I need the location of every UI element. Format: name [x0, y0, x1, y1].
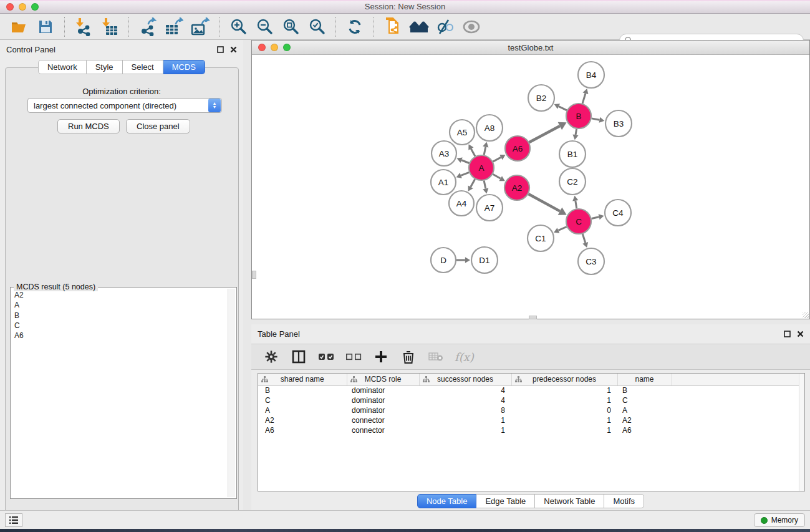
tab-network[interactable]: Network [38, 60, 87, 74]
edge-C-C1[interactable] [554, 226, 567, 233]
cell[interactable]: 8 [419, 405, 511, 415]
graph-node-A[interactable]: A [469, 155, 494, 180]
network-minimize-button[interactable] [271, 44, 278, 51]
splitter-grip[interactable] [529, 316, 537, 319]
network-canvas[interactable]: B4B2BB3A5A8A6A3B1AA1C2A2A4A7C4CC1C3DD1 [252, 55, 809, 319]
cell[interactable]: connector [347, 425, 419, 435]
select-all-checkbox-icon[interactable] [317, 348, 335, 365]
delete-table-icon[interactable] [427, 348, 445, 365]
column-header-name[interactable]: name [617, 374, 672, 385]
table-row[interactable]: Bdominator41B [258, 385, 804, 395]
graph-node-D1[interactable]: D1 [471, 247, 498, 273]
cell[interactable]: 1 [511, 415, 617, 425]
graph-node-A6[interactable]: A6 [505, 136, 530, 161]
import-table-icon[interactable] [99, 17, 120, 37]
open-file-icon[interactable] [9, 17, 30, 37]
graph-node-B1[interactable]: B1 [559, 141, 586, 167]
cell[interactable]: 1 [511, 385, 617, 395]
function-builder-icon[interactable]: f(x) [455, 348, 474, 365]
network-close-button[interactable] [258, 44, 266, 51]
column-header-shared-name[interactable]: shared name [258, 374, 347, 385]
graph-node-A2[interactable]: A2 [504, 175, 529, 200]
graph-node-C3[interactable]: C3 [578, 248, 604, 274]
edge-B-B4[interactable] [582, 89, 588, 104]
edge-D-D1[interactable] [456, 257, 470, 263]
close-window-button[interactable] [6, 3, 14, 11]
zoom-window-button[interactable] [31, 3, 39, 11]
tab-edge-table[interactable]: Edge Table [476, 494, 535, 508]
cell[interactable]: C [258, 395, 347, 405]
cell[interactable]: A6 [258, 425, 347, 435]
cell[interactable]: connector [347, 415, 419, 425]
table-scrollbar[interactable] [799, 374, 804, 491]
column-header-predecessor-nodes[interactable]: predecessor nodes [511, 374, 617, 385]
add-column-icon[interactable] [372, 348, 390, 365]
cell[interactable]: A2 [617, 415, 672, 425]
cell[interactable]: A [258, 405, 347, 415]
edge-A-A4[interactable] [468, 179, 475, 191]
edge-A6-B[interactable] [529, 122, 567, 142]
close-panel-icon[interactable] [797, 331, 804, 337]
graph-node-C[interactable]: C [566, 209, 591, 234]
cell[interactable]: 4 [419, 395, 511, 405]
run-mcds-button[interactable]: Run MCDS [57, 119, 120, 133]
cell[interactable]: A [617, 405, 672, 415]
edge-C-C4[interactable] [591, 214, 604, 220]
minimize-window-button[interactable] [19, 3, 26, 11]
table-row[interactable]: Adominator80A [258, 405, 804, 415]
graph-node-C4[interactable]: C4 [605, 200, 631, 226]
splitter-grip[interactable] [252, 271, 256, 279]
home-view-icon[interactable] [408, 17, 430, 37]
export-table-icon[interactable] [163, 17, 185, 37]
graph-node-A5[interactable]: A5 [450, 120, 475, 145]
edge-A2-C[interactable] [528, 194, 566, 215]
edge-A-A5[interactable] [468, 144, 475, 156]
network-window-titlebar[interactable]: testGlobe.txt [252, 41, 809, 55]
cell[interactable]: B [617, 385, 672, 395]
export-network-icon[interactable] [137, 17, 158, 37]
graph-node-C1[interactable]: C1 [528, 225, 554, 251]
graph-node-B2[interactable]: B2 [528, 85, 554, 111]
edge-B-B2[interactable] [554, 104, 567, 110]
cell[interactable]: 1 [511, 425, 617, 435]
cell[interactable]: 1 [419, 425, 511, 435]
graph-node-A7[interactable]: A7 [476, 195, 503, 221]
edge-C-C3[interactable] [582, 234, 588, 248]
graph-node-D[interactable]: D [431, 248, 456, 273]
edge-C-C2[interactable] [572, 196, 578, 209]
import-network-icon[interactable] [73, 17, 94, 37]
cell[interactable]: B [258, 385, 347, 395]
hide-details-icon[interactable] [435, 17, 456, 37]
table-row[interactable]: Cdominator41C [258, 395, 804, 405]
edge-B-B1[interactable] [572, 129, 578, 140]
graph-node-A4[interactable]: A4 [449, 191, 474, 216]
tab-mcds[interactable]: MCDS [163, 60, 205, 74]
network-overview-icon[interactable] [382, 17, 403, 37]
edge-A-A3[interactable] [457, 157, 470, 163]
cell[interactable]: 1 [419, 415, 511, 425]
cell[interactable]: dominator [347, 405, 419, 415]
export-image-icon[interactable] [190, 17, 211, 37]
graph-node-A1[interactable]: A1 [431, 170, 456, 195]
tab-motifs[interactable]: Motifs [604, 494, 644, 508]
cell[interactable]: A6 [617, 425, 672, 435]
cell[interactable]: 1 [511, 395, 617, 405]
edge-A-A1[interactable] [456, 172, 470, 178]
task-history-button[interactable] [5, 513, 22, 527]
resize-grip[interactable] [803, 312, 809, 318]
graph-node-C2[interactable]: C2 [559, 168, 586, 195]
cell[interactable]: 0 [511, 405, 617, 415]
column-header-MCDS-role[interactable]: MCDS role [347, 374, 419, 385]
tab-style[interactable]: Style [87, 60, 123, 74]
network-graph[interactable]: B4B2BB3A5A8A6A3B1AA1C2A2A4A7C4CC1C3DD1 [252, 55, 809, 319]
column-header-successor-nodes[interactable]: successor nodes [419, 374, 511, 385]
close-panel-icon[interactable] [230, 46, 237, 53]
float-panel-icon[interactable] [217, 46, 224, 53]
cell[interactable]: dominator [347, 385, 419, 395]
cell[interactable]: 4 [419, 385, 511, 395]
edge-A-A6[interactable] [493, 155, 506, 162]
cell[interactable]: A2 [258, 415, 347, 425]
tab-select[interactable]: Select [123, 60, 163, 74]
cell[interactable]: C [617, 395, 672, 405]
memory-button[interactable]: Memory [754, 513, 805, 527]
